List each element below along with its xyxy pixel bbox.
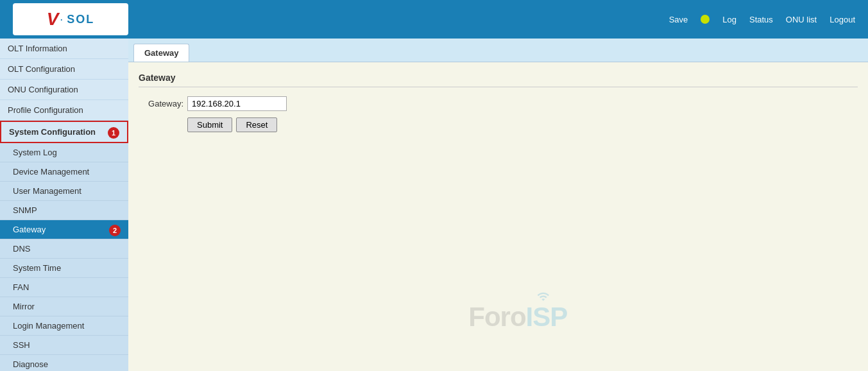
status-button[interactable]: Status bbox=[749, 15, 773, 24]
sidebar-sub-dns[interactable]: DNS bbox=[0, 239, 128, 259]
sidebar-sub-system-time[interactable]: System Time bbox=[0, 259, 128, 278]
badge-1: 1 bbox=[108, 127, 119, 139]
header-right: Save Log Status ONU list Logout bbox=[669, 15, 855, 24]
logo: V · SOL bbox=[13, 3, 128, 35]
sidebar-sub-user-management[interactable]: User Management bbox=[0, 182, 128, 201]
sidebar-sub-system-log[interactable]: System Log bbox=[0, 143, 128, 162]
sidebar-sub-login-management[interactable]: Login Management bbox=[0, 316, 128, 336]
section-title: Gateway bbox=[139, 73, 858, 87]
sidebar-sub-mirror[interactable]: Mirror bbox=[0, 297, 128, 316]
log-button[interactable]: Log bbox=[722, 15, 736, 24]
sidebar-item-system-configuration[interactable]: System Configuration 1 bbox=[0, 121, 128, 143]
sidebar: OLT Information OLT Configuration ONU Co… bbox=[0, 39, 128, 371]
save-button[interactable]: Save bbox=[669, 15, 688, 24]
main-layout: OLT Information OLT Configuration ONU Co… bbox=[0, 39, 868, 371]
submit-button[interactable]: Submit bbox=[187, 117, 232, 132]
content-body: Gateway Gateway: Submit Reset ForoISP bbox=[128, 62, 868, 371]
sidebar-sub-diagnose[interactable]: Diagnose bbox=[0, 355, 128, 371]
gateway-label: Gateway: bbox=[139, 99, 183, 108]
status-indicator bbox=[701, 15, 710, 24]
tab-bar: Gateway bbox=[128, 39, 868, 62]
sidebar-item-profile-configuration[interactable]: Profile Configuration bbox=[0, 100, 128, 121]
watermark: ForoISP bbox=[468, 302, 567, 332]
gateway-form-row: Gateway: bbox=[139, 96, 858, 111]
logo-dot: · bbox=[60, 13, 63, 26]
sidebar-sub-fan[interactable]: FAN bbox=[0, 278, 128, 297]
onu-list-button[interactable]: ONU list bbox=[786, 15, 817, 24]
sidebar-item-onu-configuration[interactable]: ONU Configuration bbox=[0, 80, 128, 100]
logo-v: V bbox=[47, 9, 59, 30]
sidebar-sub-gateway[interactable]: Gateway 2 bbox=[0, 220, 128, 239]
reset-button[interactable]: Reset bbox=[236, 117, 277, 132]
sidebar-sub-device-management[interactable]: Device Management bbox=[0, 162, 128, 182]
header: V · SOL Save Log Status ONU list Logout bbox=[0, 0, 868, 39]
content-area: Gateway Gateway Gateway: Submit Reset bbox=[128, 39, 868, 371]
gateway-input[interactable] bbox=[187, 96, 287, 111]
logout-button[interactable]: Logout bbox=[830, 15, 855, 24]
button-row: Submit Reset bbox=[187, 117, 858, 132]
tab-gateway[interactable]: Gateway bbox=[133, 44, 189, 62]
sidebar-item-olt-configuration[interactable]: OLT Configuration bbox=[0, 59, 128, 80]
badge-2: 2 bbox=[109, 225, 121, 236]
sidebar-item-olt-information[interactable]: OLT Information bbox=[0, 39, 128, 59]
sidebar-sub-snmp[interactable]: SNMP bbox=[0, 201, 128, 220]
wifi-icon bbox=[536, 290, 549, 303]
logo-sol: SOL bbox=[67, 13, 94, 26]
sidebar-sub-ssh[interactable]: SSH bbox=[0, 336, 128, 355]
